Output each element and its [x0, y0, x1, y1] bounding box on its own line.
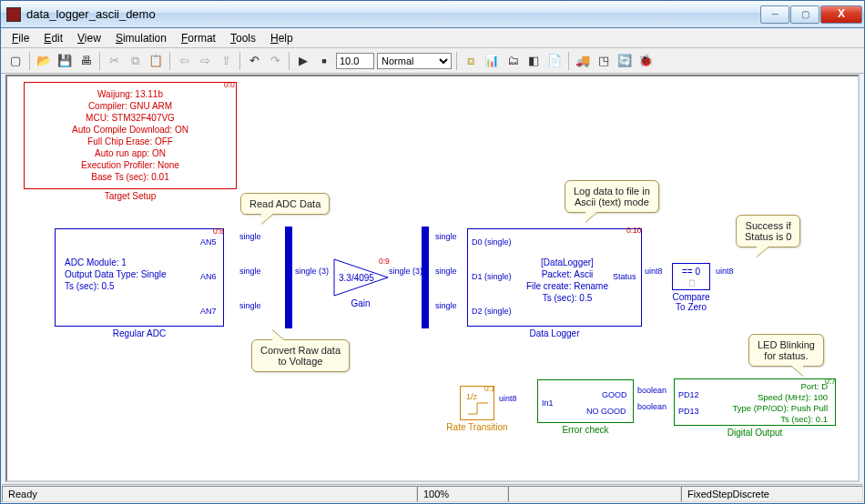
svg-text:3.3/4095: 3.3/4095 [339, 273, 374, 283]
block-digital-output[interactable]: Port: D Speed (MHz): 100 Type (PP/OD): P… [674, 378, 836, 426]
adc-tag: 0:8 [213, 227, 224, 236]
sig3: single [239, 301, 261, 310]
logger-d0: D0 (single) [472, 237, 512, 247]
sig12: boolean [637, 386, 667, 395]
callout-read-adc: Read ADC Data [240, 193, 330, 215]
bug-icon[interactable]: 🐞 [636, 52, 655, 70]
paste-icon[interactable]: 📋 [147, 52, 165, 70]
open-icon[interactable]: 📂 [35, 52, 53, 70]
undo-icon[interactable]: ↶ [245, 52, 263, 70]
target-icon[interactable]: 🚚 [574, 52, 592, 70]
rate-tag: 0:1 [484, 384, 495, 393]
sig9: uint8 [645, 267, 663, 276]
adc-l2: Output Data Type: Single [65, 268, 218, 280]
mode-select[interactable]: Normal [377, 53, 452, 69]
scope-icon[interactable]: ◳ [595, 52, 613, 70]
adc-l1: ADC Module: 1 [65, 257, 218, 268]
stoptime-input[interactable] [336, 53, 374, 69]
play-icon[interactable]: ▶ [294, 52, 312, 70]
adc-p0: AN5 [200, 237, 217, 247]
sig10: uint8 [716, 267, 734, 276]
build2-icon[interactable]: 📊 [483, 52, 501, 70]
title-bar: data_logger_ascii_demo ─ ▢ X [1, 1, 864, 28]
logger-d1: D1 (single) [472, 272, 512, 281]
target-l7: Execution Profiler: None [25, 159, 236, 171]
cmp-n1: Compare [672, 292, 709, 302]
block-compare-zero[interactable]: == 0 ⎕ [672, 263, 710, 290]
status-ready: Ready [2, 486, 417, 502]
target-l8: Base Ts (sec): 0.01 [25, 171, 236, 183]
sig13: boolean [637, 402, 667, 411]
model-canvas[interactable]: Waijung: 13.11b Compiler: GNU ARM MCU: S… [5, 75, 860, 482]
close-button[interactable]: X [820, 5, 862, 24]
menu-simulation[interactable]: Simulation [108, 30, 174, 46]
save-icon[interactable]: 💾 [56, 52, 74, 70]
adc-p1: AN6 [200, 272, 217, 281]
sig1: single [239, 232, 261, 241]
menu-help[interactable]: Help [263, 30, 300, 46]
target-l1: Waijung: 13.11b [25, 88, 236, 100]
sig4: single (3) [295, 267, 329, 276]
err-name: Error check [537, 425, 634, 435]
block-mux[interactable] [285, 227, 292, 328]
cmp-l1: == 0 [673, 267, 709, 277]
menu-format[interactable]: Format [174, 30, 223, 46]
dout-l2: Speed (MHz): 100 [732, 392, 828, 403]
callout-log: Log data to file inAscii (text) mode [565, 180, 659, 213]
adc-name: Regular ADC [55, 328, 224, 338]
fwd-icon[interactable]: ⇨ [196, 52, 214, 70]
err-in: In1 [542, 398, 554, 408]
callout-led: LED Blinkingfor status. [748, 334, 824, 367]
block-target-setup[interactable]: Waijung: 13.11b Compiler: GNU ARM MCU: S… [24, 82, 237, 189]
new-icon[interactable]: ▢ [6, 52, 25, 70]
block-demux[interactable] [422, 227, 429, 328]
cut-icon[interactable]: ✂ [105, 52, 123, 70]
dout-p1: PD13 [678, 407, 699, 416]
menu-file[interactable]: File [5, 30, 36, 46]
adc-p2: AN7 [200, 307, 217, 316]
logger-l4: Ts (sec): 0.5 [523, 292, 612, 304]
logger-l2: Packet: Ascii [523, 268, 612, 280]
rate-name: Rate Transition [439, 422, 515, 432]
cmp-icon: ⎕ [673, 277, 709, 288]
print-icon[interactable]: 🖶 [76, 52, 95, 70]
menu-tools[interactable]: Tools [223, 30, 263, 46]
minimize-button[interactable]: ─ [760, 5, 789, 24]
target-l5: Full Chip Erase: OFF [25, 136, 236, 147]
sig5: single (3) [389, 267, 422, 276]
stop-icon[interactable]: ■ [315, 52, 333, 70]
maximize-button[interactable]: ▢ [790, 5, 819, 24]
block-regular-adc[interactable]: ADC Module: 1 Output Data Type: Single T… [55, 228, 224, 327]
dout-l1: Port: D [732, 381, 828, 392]
status-zoom: 100% [417, 486, 508, 502]
sig7: single [435, 267, 457, 276]
dout-tag: 0:7 [825, 377, 836, 386]
lib-icon[interactable]: 🗂 [504, 52, 522, 70]
callout-success: Success ifStatus is 0 [736, 215, 800, 247]
menu-view[interactable]: View [70, 30, 108, 46]
model-icon[interactable]: ◧ [524, 52, 543, 70]
target-l3: MCU: STM32F407VG [25, 112, 236, 124]
build-icon[interactable]: ⧈ [462, 52, 480, 70]
logger-d2: D2 (single) [472, 307, 512, 316]
menu-edit[interactable]: Edit [36, 30, 70, 46]
adc-l3: Ts (sec): 0.5 [65, 280, 218, 292]
redo-icon[interactable]: ↷ [266, 52, 284, 70]
dout-l3: Type (PP/OD): Push Pull [732, 403, 828, 414]
status-bar: Ready 100% FixedStepDiscrete [2, 484, 863, 502]
menu-bar: File Edit View Simulation Format Tools H… [1, 28, 864, 48]
err-g: GOOD [602, 390, 627, 399]
sig11: uint8 [499, 394, 517, 403]
target-name: Target Setup [24, 191, 237, 201]
err-ng: NO GOOD [586, 407, 626, 416]
copy-icon[interactable]: ⧉ [126, 52, 144, 70]
back-icon[interactable]: ⇦ [175, 52, 193, 70]
refresh-icon[interactable]: 🔄 [616, 52, 634, 70]
logger-l3: File create: Rename [523, 280, 612, 292]
logger-tag: 0:10 [626, 226, 642, 235]
app-icon [6, 7, 21, 22]
gain-tag: 0:9 [379, 257, 390, 266]
up-icon[interactable]: ⇧ [217, 52, 235, 70]
logger-st: Status [613, 272, 636, 281]
cfg-icon[interactable]: 📄 [545, 52, 564, 70]
